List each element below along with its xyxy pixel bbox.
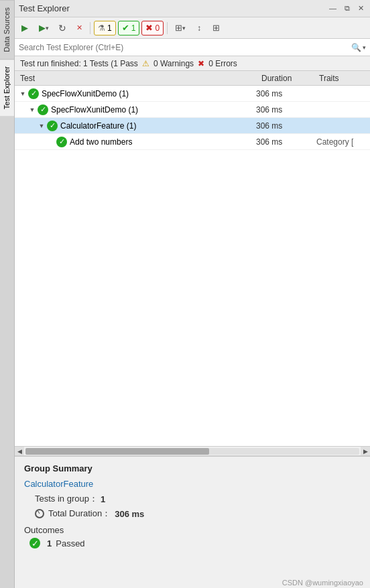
outcome-passed-label: Passed bbox=[56, 538, 84, 548]
duration-value: 306 ms bbox=[115, 509, 144, 519]
scroll-thumb[interactable] bbox=[25, 448, 209, 455]
sidebar: Data Sources Test Explorer bbox=[0, 0, 15, 588]
error-count: 0 Errors bbox=[208, 59, 237, 68]
title-bar: Test Explorer — ⧉ ✕ bbox=[15, 0, 370, 17]
flask-icon: ⚗ bbox=[98, 23, 105, 33]
close-button[interactable]: ✕ bbox=[356, 4, 366, 13]
refresh-button[interactable]: ↻ bbox=[55, 21, 70, 35]
status-message: Test run finished: 1 Tests (1 Pass bbox=[20, 59, 138, 68]
scroll-left-button[interactable]: ◀ bbox=[15, 447, 24, 456]
fail-count: 0 bbox=[155, 23, 160, 33]
table-row[interactable]: ▼ ✓ SpecFlowXunitDemo (1) 306 ms bbox=[15, 86, 370, 102]
sort-button[interactable]: ↕ bbox=[192, 21, 206, 35]
run-dropdown-icon: ▾ bbox=[46, 25, 49, 31]
row-duration: 306 ms bbox=[256, 137, 316, 147]
table-row[interactable]: ▼ ✓ Add two numbers 306 ms Category [ bbox=[15, 134, 370, 150]
row-name: SpecFlowXunitDemo (1) bbox=[51, 105, 138, 115]
summary-panel: Group Summary CalculatorFeature Tests in… bbox=[15, 455, 370, 576]
row-duration: 306 ms bbox=[256, 105, 316, 115]
row-name: CalculatorFeature (1) bbox=[60, 121, 136, 131]
run-selected-button[interactable]: ▶ ▾ bbox=[34, 21, 53, 35]
col-header-duration: Duration bbox=[256, 74, 316, 83]
pass-count: 1 bbox=[131, 23, 136, 33]
clock-hand bbox=[38, 510, 40, 514]
window-title: Test Explorer bbox=[19, 3, 327, 13]
title-controls: — ⧉ ✕ bbox=[327, 4, 366, 13]
watermark: CSDN @wumingxiaoyao bbox=[15, 576, 370, 588]
tree-area[interactable]: Test Duration Traits ▼ ✓ SpecFlowXunitDe… bbox=[15, 71, 370, 446]
horizontal-scrollbar[interactable]: ◀ ▶ bbox=[15, 446, 370, 455]
group-dropdown-icon: ▾ bbox=[182, 25, 186, 31]
group-icon: ⊞ bbox=[175, 23, 182, 33]
group-button[interactable]: ⊞ ▾ bbox=[171, 21, 190, 35]
tests-in-group-label: Tests in group： bbox=[35, 493, 98, 505]
sidebar-item-test-explorer[interactable]: Test Explorer bbox=[0, 59, 14, 116]
status-bar: Test run finished: 1 Tests (1 Pass ⚠ 0 W… bbox=[15, 56, 370, 71]
refresh-icon: ↻ bbox=[58, 23, 66, 33]
search-bar: 🔍 ▾ bbox=[15, 39, 370, 56]
toolbar-separator-1 bbox=[90, 22, 90, 34]
search-dropdown-icon[interactable]: ▾ bbox=[363, 44, 366, 51]
expand-arrow-icon: ▼ bbox=[28, 106, 36, 114]
pass-status-icon: ✓ bbox=[47, 121, 58, 131]
outcomes-section: Outcomes ✓ 1 Passed bbox=[24, 525, 361, 548]
column-header: Test Duration Traits bbox=[15, 71, 370, 86]
error-icon: ✖ bbox=[198, 59, 204, 68]
pass-icon: ✔ bbox=[122, 23, 129, 33]
run-all-icon: ▶ bbox=[21, 23, 28, 33]
row-duration: 306 ms bbox=[256, 89, 316, 98]
warning-icon: ⚠ bbox=[142, 59, 149, 68]
pass-status-icon: ✓ bbox=[38, 104, 48, 115]
summary-duration-row: Total Duration： 306 ms bbox=[35, 508, 361, 520]
expand-all-icon: ⊞ bbox=[212, 23, 220, 33]
main-panel: Test Explorer — ⧉ ✕ ▶ ▶ ▾ ↻ ✕ ⚗ 1 bbox=[15, 0, 370, 588]
flask-badge-button[interactable]: ⚗ 1 bbox=[94, 21, 116, 35]
duration-label: Total Duration： bbox=[48, 508, 111, 520]
run-selected-icon: ▶ bbox=[39, 23, 46, 33]
pass-badge-button[interactable]: ✔ 1 bbox=[118, 21, 140, 35]
clock-icon bbox=[35, 509, 44, 518]
toolbar-separator-2 bbox=[167, 22, 168, 34]
outcome-passed-count: 1 bbox=[47, 538, 52, 548]
sidebar-item-data-sources[interactable]: Data Sources bbox=[0, 0, 14, 59]
expand-all-button[interactable]: ⊞ bbox=[208, 21, 223, 35]
table-row[interactable]: ▼ ✓ SpecFlowXunitDemo (1) 306 ms bbox=[15, 102, 370, 118]
row-name: SpecFlowXunitDemo (1) bbox=[42, 89, 129, 98]
pin-button[interactable]: — bbox=[327, 4, 338, 13]
scroll-track[interactable] bbox=[25, 448, 359, 455]
tests-in-group-value: 1 bbox=[101, 494, 105, 504]
outcomes-label: Outcomes bbox=[24, 525, 361, 535]
table-row[interactable]: ▼ ✓ CalculatorFeature (1) 306 ms bbox=[15, 118, 370, 134]
outcome-passed-row: ✓ 1 Passed bbox=[29, 538, 361, 548]
row-traits: Category [ bbox=[316, 137, 370, 147]
watermark-text: CSDN @wumingxiaoyao bbox=[282, 579, 363, 587]
flask-count: 1 bbox=[107, 23, 112, 33]
warning-count: 0 Warnings bbox=[153, 59, 194, 68]
sort-icon: ↕ bbox=[197, 23, 201, 33]
summary-title: Group Summary bbox=[24, 463, 361, 473]
cancel-icon: ✕ bbox=[76, 23, 82, 32]
pass-status-icon: ✓ bbox=[28, 88, 39, 99]
outcome-pass-icon: ✓ bbox=[29, 538, 40, 548]
fail-icon: ✖ bbox=[145, 23, 153, 33]
search-input[interactable] bbox=[19, 43, 351, 52]
col-header-test: Test bbox=[15, 74, 256, 83]
expand-arrow-icon: ▼ bbox=[19, 90, 27, 98]
toolbar: ▶ ▶ ▾ ↻ ✕ ⚗ 1 ✔ 1 ✖ 0 bbox=[15, 17, 370, 39]
scroll-right-button[interactable]: ▶ bbox=[361, 447, 370, 456]
summary-group-name: CalculatorFeature bbox=[24, 479, 361, 489]
row-duration: 306 ms bbox=[256, 121, 316, 131]
search-icon: 🔍 bbox=[351, 43, 361, 52]
float-button[interactable]: ⧉ bbox=[343, 4, 352, 13]
run-all-button[interactable]: ▶ bbox=[17, 21, 32, 35]
summary-tests-in-group: Tests in group： 1 bbox=[35, 493, 361, 505]
pass-status-icon: ✓ bbox=[56, 137, 67, 147]
row-name: Add two numbers bbox=[70, 137, 132, 147]
fail-badge-button[interactable]: ✖ 0 bbox=[141, 21, 164, 35]
expand-arrow-icon: ▼ bbox=[38, 122, 46, 130]
col-header-traits: Traits bbox=[316, 74, 370, 83]
cancel-button[interactable]: ✕ bbox=[72, 21, 86, 35]
